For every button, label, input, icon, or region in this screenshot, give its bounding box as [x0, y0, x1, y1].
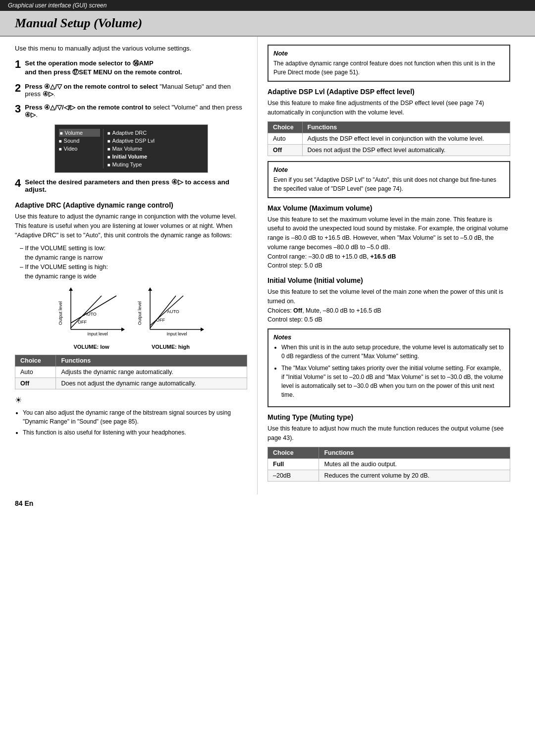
top-bar: Graphical user interface (GUI) screen — [0, 0, 535, 11]
bullet-icon: ■ — [107, 162, 110, 167]
step-1-number: 1 — [15, 58, 21, 71]
menu-right-adaptive-drc: ■ Adaptive DRC — [107, 129, 155, 137]
menu-item-volume: ■ Volume — [59, 129, 100, 137]
muting-type-text: Use this feature to adjust how much the … — [268, 424, 510, 443]
max-volume-text: Use this feature to set the maximum volu… — [268, 215, 510, 271]
muting-type-header: Muting Type (Muting type) — [268, 413, 510, 421]
notes-box: Notes When this unit is in the auto setu… — [268, 328, 510, 407]
svg-text:Output level: Output level — [58, 301, 63, 325]
svg-line-5 — [71, 296, 116, 323]
note-1-text: The adaptive dynamic range control featu… — [273, 59, 504, 77]
max-volume-header: Max Volume (Maximum volume) — [268, 204, 510, 212]
bullet-icon: ■ — [107, 146, 110, 152]
menu-screenshot: ■ Volume ■ Sound ■ Video ■ Adapt — [54, 124, 208, 173]
notes-item-1: When this unit is in the auto setup proc… — [281, 343, 504, 361]
bullet-icon: ■ — [107, 130, 110, 136]
dsp-function-auto: Adjusts the DSP effect level in conjunct… — [302, 133, 510, 144]
menu-adaptive-dsp-label: Adaptive DSP Lvl — [112, 138, 155, 144]
menu-left-panel: ■ Volume ■ Sound ■ Video — [59, 129, 104, 168]
adaptive-drc-table: Choice Functions Auto Adjusts the dynami… — [15, 355, 247, 389]
bullet-icon: ■ — [59, 138, 62, 144]
page-number: 84 En — [0, 494, 535, 512]
tip-item-1: You can also adjust the dynamic range of… — [23, 408, 247, 426]
menu-item-volume-label: Volume — [65, 130, 83, 136]
graph-high-label: VOLUME: high — [152, 344, 190, 350]
menu-right-initial-volume: ■ Initial Volume — [107, 153, 155, 161]
step-4: 4 Select the desired parameters and then… — [15, 178, 247, 195]
menu-right-max-volume: ■ Max Volume — [107, 145, 155, 153]
note-1-title: Note — [273, 50, 504, 57]
tip-section: ☀ You can also adjust the dynamic range … — [15, 394, 247, 437]
step-1-text: Set the operation mode selector to ⑭AMP … — [25, 59, 247, 77]
graph-high: Output level AUTO OFF Input level — [136, 286, 206, 350]
adaptive-dsp-text: Use this feature to make fine adjustment… — [268, 99, 510, 117]
bullet-item-low: If the VOLUME setting is low:the dynamic… — [20, 244, 247, 263]
table-row: Off Does not adjust the dynamic range au… — [15, 378, 247, 389]
adaptive-drc-text: Use this feature to adjust the dynamic r… — [15, 212, 247, 240]
col-functions: Functions — [56, 355, 247, 367]
svg-text:OFF: OFF — [78, 320, 87, 324]
notes-list: When this unit is in the auto setup proc… — [273, 343, 504, 399]
step-1: 1 Set the operation mode selector to ⑭AM… — [15, 59, 247, 77]
menu-adaptive-drc-label: Adaptive DRC — [112, 130, 147, 136]
mute-choice-full: Full — [268, 458, 319, 470]
svg-marker-14 — [201, 327, 204, 331]
table-row: –20dB Reduces the current volume by 20 d… — [268, 470, 510, 481]
mute-function-20db: Reduces the current volume by 20 dB. — [319, 470, 510, 481]
menu-right-adaptive-dsp: ■ Adaptive DSP Lvl — [107, 137, 155, 145]
step-3-number: 3 — [15, 103, 21, 115]
graphs-row: Output level — [15, 286, 247, 350]
menu-item-sound-label: Sound — [64, 138, 80, 144]
menu-max-volume-label: Max Volume — [112, 146, 143, 152]
note-box-2: Note Even if you set "Adaptive DSP Lvl" … — [268, 161, 510, 198]
page: Graphical user interface (GUI) screen Ma… — [0, 0, 535, 512]
graph-high-svg: Output level AUTO OFF Input level — [136, 286, 206, 340]
intro-text: Use this menu to manually adjust the var… — [15, 45, 247, 52]
table-row: Off Does not adjust the DSP effect level… — [268, 144, 510, 156]
notes-item-2: The "Max Volume" setting takes priority … — [281, 364, 504, 399]
svg-text:OFF: OFF — [156, 318, 165, 323]
muting-type-table: Choice Functions Full Mutes all the audi… — [268, 447, 510, 482]
bullet-icon: ■ — [59, 146, 62, 152]
step-2-text: Press ④△/▽ on the remote control to sele… — [25, 83, 247, 98]
menu-right-panel: ■ Adaptive DRC ■ Adaptive DSP Lvl ■ Max … — [104, 129, 155, 168]
bullet-icon: ■ — [107, 138, 110, 144]
bullet-icon: ■ — [60, 130, 63, 136]
dsp-function-off: Does not adjust the DSP effect level aut… — [302, 144, 510, 156]
bullet-item-high: If the VOLUME setting is high:the dynami… — [20, 263, 247, 281]
col-choice: Choice — [15, 355, 56, 367]
graph-low: Output level — [57, 286, 126, 350]
page-title: Manual Setup (Volume) — [15, 16, 520, 31]
svg-text:Input level: Input level — [166, 331, 187, 336]
note-box-1: Note The adaptive dynamic range control … — [268, 45, 510, 82]
menu-item-sound: ■ Sound — [59, 137, 100, 145]
svg-text:AUTO: AUTO — [167, 309, 179, 314]
adaptive-dsp-table: Choice Functions Auto Adjusts the DSP ef… — [268, 121, 510, 156]
tip-item-2: This function is also useful for listeni… — [23, 428, 247, 437]
function-off: Does not adjust the dynamic range automa… — [56, 378, 247, 389]
notes-title: Notes — [273, 333, 504, 341]
menu-item-video: ■ Video — [59, 145, 100, 153]
choice-off: Off — [15, 378, 56, 389]
svg-marker-13 — [148, 287, 152, 291]
graph-low-svg-wrap: Output level — [57, 286, 126, 342]
step-2-number: 2 — [15, 82, 21, 95]
graph-low-label: VOLUME: low — [73, 344, 109, 350]
note-2-text: Even if you set "Adaptive DSP Lvl" to "A… — [273, 175, 504, 193]
table-row: Auto Adjusts the dynamic range automatic… — [15, 367, 247, 378]
note-2-title: Note — [273, 166, 504, 173]
mute-choice-20db: –20dB — [268, 470, 319, 481]
menu-muting-type-label: Muting Type — [112, 162, 142, 167]
table-row: Auto Adjusts the DSP effect level in con… — [268, 133, 510, 144]
graph-high-svg-wrap: Output level AUTO OFF Input level — [136, 286, 206, 342]
step-3: 3 Press ④△/▽/◁/▷ on the remote control t… — [15, 104, 247, 118]
adaptive-drc-header: Adaptive DRC (Adaptive dynamic range con… — [15, 201, 247, 209]
svg-marker-4 — [121, 327, 125, 331]
step-4-number: 4 — [15, 177, 21, 190]
initial-volume-text: Use this feature to set the volume level… — [268, 287, 510, 324]
content-columns: Use this menu to manually adjust the var… — [0, 37, 535, 494]
tip-list: You can also adjust the dynamic range of… — [15, 408, 247, 437]
top-bar-label: Graphical user interface (GUI) screen — [8, 2, 107, 9]
initial-volume-header: Initial Volume (Initial volume) — [268, 276, 510, 284]
adaptive-dsp-header: Adaptive DSP Lvl (Adaptive DSP effect le… — [268, 88, 510, 96]
